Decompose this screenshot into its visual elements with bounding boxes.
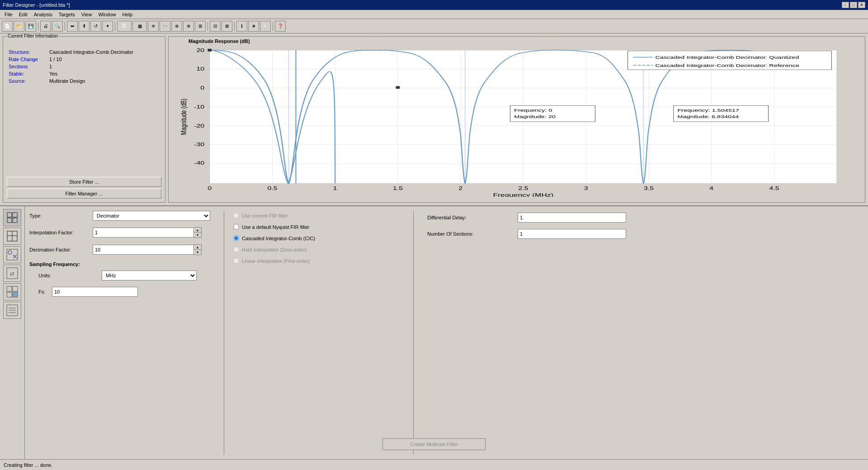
close-button[interactable]: ✕ bbox=[858, 2, 865, 8]
num-sections-label: Number Of Sections: bbox=[427, 231, 518, 237]
num-sections-input[interactable] bbox=[518, 229, 626, 239]
svg-rect-71 bbox=[7, 292, 12, 297]
radio-hold-label: Hold Interpolator (Zero-order) bbox=[242, 247, 307, 252]
tb5[interactable]: ↺ bbox=[90, 21, 101, 32]
tb4[interactable]: ⬆ bbox=[79, 21, 90, 32]
interpolation-down[interactable]: ▼ bbox=[194, 233, 201, 237]
tb3[interactable]: ⬅ bbox=[67, 21, 78, 32]
toolbar: 📄 📂 💾 🖨 🔍 ⬅ ⬆ ↺ ✦ ⬜ ▦ ≋ ⋯ ⊕ ⊗ ⊞ ⊟ ⊠ ℹ ◾ … bbox=[0, 19, 868, 33]
tb14[interactable]: ⊟ bbox=[210, 21, 221, 32]
sidebar-btn-convert[interactable]: ⇄ bbox=[3, 265, 21, 282]
svg-rect-63 bbox=[7, 249, 18, 260]
type-select[interactable]: Decimator Interpolator Sample-Rate Conve… bbox=[93, 211, 210, 221]
sidebar-btn-advanced[interactable] bbox=[3, 302, 21, 319]
decimation-input[interactable] bbox=[93, 245, 194, 255]
tb10[interactable]: ⋯ bbox=[160, 21, 170, 32]
menu-analysis[interactable]: Analysis bbox=[31, 11, 55, 18]
interpolation-input[interactable] bbox=[93, 228, 194, 237]
num-sections-row: Number Of Sections: bbox=[427, 229, 863, 239]
create-filter-button[interactable]: Create Multirate Filter bbox=[382, 438, 486, 450]
new-button[interactable]: 📄 bbox=[2, 21, 13, 32]
menu-edit[interactable]: Edit bbox=[16, 11, 30, 18]
param-col-left: Type: Decimator Interpolator Sample-Rate… bbox=[29, 211, 219, 455]
svg-text:Cascaded Integrator-Comb Decim: Cascaded Integrator-Comb Decimator: Quan… bbox=[655, 55, 799, 60]
sidebar-btn-import[interactable] bbox=[3, 228, 21, 245]
radio-default-nyquist-label: Use a default Nyquist FIR filter bbox=[242, 224, 309, 230]
tb16[interactable]: ℹ bbox=[236, 21, 247, 32]
zoom-button[interactable]: 🔍 bbox=[52, 21, 63, 32]
type-row: Type: Decimator Interpolator Sample-Rate… bbox=[29, 211, 219, 221]
svg-rect-56 bbox=[7, 213, 12, 217]
svg-text:10: 10 bbox=[196, 66, 204, 71]
advanced-icon bbox=[6, 304, 19, 317]
structure-label: Structure: bbox=[9, 49, 49, 55]
radio-use-current-input[interactable] bbox=[233, 213, 239, 218]
filter-manager-button[interactable]: Filter Manager ... bbox=[7, 189, 161, 199]
tb8[interactable]: ▦ bbox=[132, 21, 147, 32]
menu-view[interactable]: View bbox=[79, 11, 95, 18]
svg-text:⇄: ⇄ bbox=[10, 271, 14, 277]
tb9[interactable]: ≋ bbox=[148, 21, 159, 32]
stable-label: Stable: bbox=[9, 71, 49, 76]
svg-text:Frequency: 0: Frequency: 0 bbox=[514, 108, 552, 113]
svg-text:2.5: 2.5 bbox=[518, 186, 528, 191]
svg-text:Frequency (MHz): Frequency (MHz) bbox=[493, 192, 554, 197]
menu-file[interactable]: File bbox=[2, 11, 15, 18]
svg-text:1.5: 1.5 bbox=[393, 186, 403, 191]
sidebar-btn-design[interactable] bbox=[3, 209, 21, 226]
tb6[interactable]: ✦ bbox=[102, 21, 113, 32]
radio-hold-input[interactable] bbox=[233, 247, 239, 252]
sidebar-btn-multirate[interactable] bbox=[3, 283, 21, 300]
radio-cic-input[interactable] bbox=[233, 235, 239, 241]
filter-prop-sections: Sections 1 bbox=[9, 64, 160, 69]
tb13[interactable]: ⊞ bbox=[195, 21, 206, 32]
radio-linear-input[interactable] bbox=[233, 258, 239, 264]
toolbar-sep-2 bbox=[65, 22, 65, 31]
interpolation-label: Interpolation Factor: bbox=[29, 230, 93, 235]
multirate-icon bbox=[6, 285, 19, 298]
tb17[interactable]: ◾ bbox=[248, 21, 259, 32]
filter-prop-structure: Structure: Cascaded Integrator-Comb Deci… bbox=[9, 49, 160, 55]
svg-text:1: 1 bbox=[333, 186, 337, 191]
decimation-down[interactable]: ▼ bbox=[194, 250, 201, 255]
fs-input[interactable] bbox=[52, 287, 138, 297]
open-button[interactable]: 📂 bbox=[14, 21, 24, 32]
sections-label: Sections bbox=[9, 64, 49, 69]
interpolation-spinner: ▲ ▼ bbox=[194, 227, 202, 238]
decimation-label: Decimation Factor: bbox=[29, 247, 93, 252]
filter-info-content: Structure: Cascaded Integrator-Comb Deci… bbox=[5, 47, 163, 87]
svg-rect-59 bbox=[13, 218, 17, 223]
svg-text:-40: -40 bbox=[194, 161, 204, 166]
store-filter-button[interactable]: Store Filter ... bbox=[7, 177, 161, 187]
tb19[interactable]: ❓ bbox=[275, 21, 286, 32]
svg-point-64 bbox=[8, 251, 12, 254]
menu-window[interactable]: Window bbox=[95, 11, 118, 18]
svg-text:Frequency: 1.504517: Frequency: 1.504517 bbox=[678, 108, 740, 113]
sidebar-btn-polezero[interactable] bbox=[3, 246, 21, 263]
units-select[interactable]: MHz Hz kHz GHz bbox=[102, 271, 197, 280]
decimation-input-group: ▲ ▼ bbox=[93, 244, 210, 255]
convert-icon: ⇄ bbox=[6, 267, 19, 280]
diff-delay-input[interactable] bbox=[518, 213, 626, 223]
maximize-button[interactable]: □ bbox=[850, 2, 857, 8]
save-button[interactable]: 💾 bbox=[25, 21, 36, 32]
toolbar-sep-3 bbox=[115, 22, 115, 31]
filter-prop-source: Source: Multirate Design bbox=[9, 78, 160, 84]
svg-text:0: 0 bbox=[200, 85, 204, 91]
menu-targets[interactable]: Targets bbox=[56, 11, 78, 18]
decimation-row: Decimation Factor: ▲ ▼ bbox=[29, 244, 219, 255]
tb11[interactable]: ⊕ bbox=[171, 21, 182, 32]
tb7[interactable]: ⬜ bbox=[117, 21, 132, 32]
interpolation-up[interactable]: ▲ bbox=[194, 228, 201, 233]
print-button[interactable]: 🖨 bbox=[40, 21, 51, 32]
tb15[interactable]: ⊠ bbox=[222, 21, 232, 32]
minimize-button[interactable]: − bbox=[842, 2, 849, 8]
menu-help[interactable]: Help bbox=[120, 11, 136, 18]
tb12[interactable]: ⊗ bbox=[183, 21, 194, 32]
sections-value: 1 bbox=[49, 64, 52, 69]
tb18[interactable]: ◽ bbox=[260, 21, 271, 32]
toolbar-sep-4 bbox=[208, 22, 208, 31]
decimation-up[interactable]: ▲ bbox=[194, 245, 201, 250]
radio-default-nyquist-input[interactable] bbox=[233, 224, 239, 230]
param-col-mid: Use current FIR filter Use a default Nyq… bbox=[224, 211, 414, 455]
